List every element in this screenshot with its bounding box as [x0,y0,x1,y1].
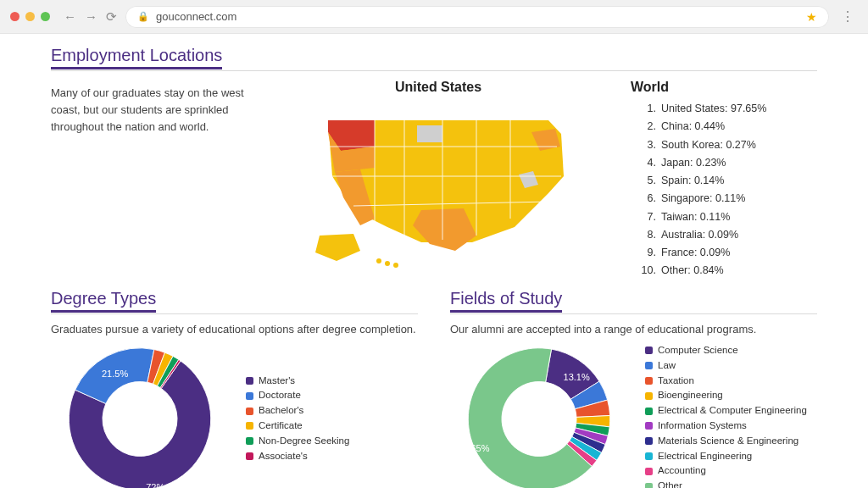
close-icon[interactable] [10,12,19,21]
fields-of-study-legend: Computer ScienceLawTaxationBioengineerin… [645,343,807,488]
legend-item: Bioengineering [645,388,807,403]
legend-item: Electrical & Computer Engineering [645,403,807,419]
url-text: gouconnect.com [156,10,236,23]
legend-item: Associate's [246,449,349,464]
overflow-menu-icon[interactable]: ⋮ [837,8,858,25]
legend-item: Certificate [246,419,349,434]
legend-item: Electrical Engineering [645,449,807,464]
maximize-icon[interactable] [41,12,50,21]
world-list-item: 8.Australia: 0.09% [639,226,817,244]
legend-item: Materials Science & Engineering [645,434,807,449]
world-list-item: 1.United States: 97.65% [639,100,817,118]
world-rankings-list: 1.United States: 97.65%2.China: 0.44%3.S… [631,100,817,280]
forward-icon[interactable]: → [85,9,97,24]
world-list-item: 3.South Korea: 0.27% [639,136,817,154]
degree-types-subtitle: Graduates pursue a variety of educationa… [51,323,418,336]
divider [51,70,817,71]
employment-locations-heading: Employment Locations [51,46,222,69]
browser-chrome: ← → ⟳ 🔒 gouconnect.com ★ ⋮ [0,0,868,34]
back-icon[interactable]: ← [64,9,76,24]
browser-window: ← → ⟳ 🔒 gouconnect.com ★ ⋮ Employment Lo… [0,0,868,488]
lock-icon: 🔒 [137,11,149,22]
legend-item: Doctorate [246,388,349,403]
world-list-title: World [631,80,817,95]
degree-types-legend: Master'sDoctorateBachelor'sCertificateNo… [246,374,349,464]
bookmark-star-icon[interactable]: ★ [806,10,817,24]
world-list-item: 5.Spain: 0.14% [639,172,817,190]
window-controls [10,12,50,21]
svg-point-10 [385,261,390,266]
minimize-icon[interactable] [25,12,35,21]
fields-of-study-heading: Fields of Study [450,289,562,313]
legend-item: Bachelor's [246,403,349,419]
world-list-item: 7.Taiwan: 0.11% [639,208,817,226]
address-bar[interactable]: 🔒 gouconnect.com ★ [125,6,829,28]
world-list-item: 4.Japan: 0.23% [639,154,817,172]
legend-item: Master's [246,374,349,389]
legend-item: Other [645,479,807,488]
legend-item: Non-Degree Seeking [246,434,349,449]
employment-blurb: Many of our graduates stay on the west c… [51,80,246,280]
divider [450,313,817,314]
legend-item: Computer Science [645,343,807,358]
degree-types-donut-chart: 72%21.5% [51,341,229,489]
legend-item: Accounting [645,463,807,479]
page-content: Employment Locations Many of our graduat… [0,34,868,488]
svg-rect-0 [417,125,442,142]
svg-point-11 [393,263,398,268]
us-map-chart [294,100,582,269]
world-list-item: 10.Other: 0.84% [639,262,817,280]
fields-of-study-subtitle: Our alumni are accepted into a range of … [450,323,817,336]
world-list-item: 2.China: 0.44% [639,118,817,136]
reload-icon[interactable]: ⟳ [106,9,117,25]
world-list-item: 6.Singapore: 0.11% [639,190,817,208]
fields-of-study-donut-chart: 13.1%65% [450,341,628,489]
svg-point-9 [376,258,381,263]
world-list-item: 9.France: 0.09% [639,244,817,262]
divider [51,313,418,314]
legend-item: Law [645,358,807,374]
legend-item: Information Systems [645,419,807,434]
degree-types-heading: Degree Types [51,289,156,313]
us-map-title: United States [266,80,610,95]
legend-item: Taxation [645,374,807,389]
